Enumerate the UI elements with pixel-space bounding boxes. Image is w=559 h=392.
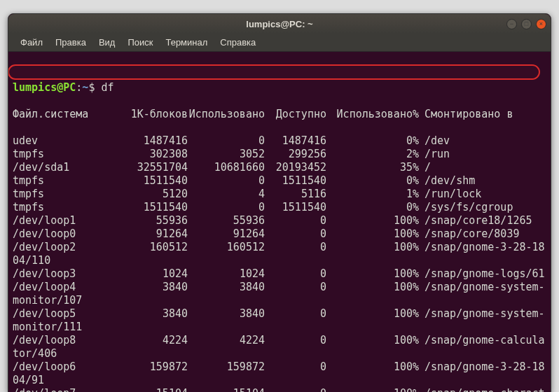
table-row-wrap: 04/110 — [13, 254, 546, 267]
table-row: /dev/loop5384038400100%/snap/gnome-syste… — [13, 307, 546, 321]
cell-fs: tmpfs — [13, 188, 111, 201]
cell-fs: /dev/sda1 — [13, 161, 111, 174]
cell-blocks: 91264 — [111, 227, 188, 241]
table-row: /dev/loop61598721598720100%/snap/gnome-3… — [13, 360, 546, 374]
cell-usedpct: 100% — [326, 281, 419, 294]
table-row: /dev/loop091264912640100%/snap/core/8039 — [13, 227, 546, 241]
cell-avail: 0 — [265, 281, 326, 294]
cell-mount: /snap/gnome-system- — [419, 307, 545, 321]
table-row: tmpfs1511540015115400%/dev/shm — [13, 174, 546, 188]
cell-used: 3840 — [188, 307, 265, 321]
header-usedpct: Использовано% — [326, 108, 419, 121]
cell-used: 0 — [188, 201, 265, 214]
df-rows: udev1487416014874160%/devtmpfs3023083052… — [13, 134, 546, 392]
table-row: /dev/loop21605121605120100%/snap/gnome-3… — [13, 241, 546, 254]
cell-mount: /sys/fs/cgroup — [419, 201, 513, 214]
cell-usedpct: 100% — [326, 334, 419, 347]
menu-edit[interactable]: Правка — [49, 35, 92, 50]
cell-fs: /dev/loop6 — [13, 360, 111, 374]
table-row-wrap: monitor/107 — [13, 294, 546, 307]
titlebar[interactable]: lumpics@PC: ~ − □ × — [8, 14, 551, 34]
cell-used: 0 — [188, 134, 265, 148]
cell-blocks: 159872 — [111, 360, 188, 374]
annotation-highlight — [8, 64, 540, 80]
cell-mount: /run/lock — [419, 188, 481, 201]
cell-fs: /dev/loop1 — [13, 214, 111, 227]
table-row-wrap: 04/91 — [13, 374, 546, 387]
cell-usedpct: 0% — [326, 174, 419, 188]
cell-used: 91264 — [188, 227, 265, 241]
table-row: tmpfs1511540015115400%/sys/fs/cgroup — [13, 201, 546, 214]
cell-used: 3840 — [188, 281, 265, 294]
table-row: tmpfs5120451161%/run/lock — [13, 188, 546, 201]
cell-blocks: 55936 — [111, 214, 188, 227]
close-button[interactable]: × — [536, 19, 546, 29]
table-row: /dev/loop8422442240100%/snap/gnome-calcu… — [13, 334, 546, 347]
cell-usedpct: 1% — [326, 188, 419, 201]
cell-mount: /snap/gnome-calcula — [419, 334, 545, 347]
cell-blocks: 3840 — [111, 307, 188, 321]
cell-used: 4 — [188, 188, 265, 201]
table-row: /dev/sda132551704106816602019345235%/ — [13, 161, 546, 174]
cell-blocks: 5120 — [111, 188, 188, 201]
cell-fs: /dev/loop7 — [13, 387, 111, 392]
table-row: /dev/loop155936559360100%/snap/core18/12… — [13, 214, 546, 227]
window-controls: − □ × — [506, 19, 546, 29]
cell-avail: 0 — [265, 307, 326, 321]
cell-mount: /snap/gnome-3-28-18 — [419, 241, 545, 254]
cell-used: 4224 — [188, 334, 265, 347]
terminal-area[interactable]: lumpics@PC:~$ df Файл.система1K-блоковИс… — [8, 52, 551, 392]
cell-avail: 0 — [265, 241, 326, 254]
cell-used: 0 — [188, 174, 265, 188]
prompt-userhost: lumpics@PC — [13, 81, 76, 94]
cell-usedpct: 0% — [326, 201, 419, 214]
header-fs: Файл.система — [13, 108, 111, 121]
menu-help[interactable]: Справка — [214, 35, 262, 50]
cell-fs: udev — [13, 134, 111, 148]
cell-usedpct: 100% — [326, 214, 419, 227]
header-avail: Доступно — [265, 108, 326, 121]
df-header: Файл.система1K-блоковИспользованоДоступн… — [13, 108, 546, 121]
menu-view[interactable]: Вид — [92, 35, 122, 50]
cell-fs: /dev/loop4 — [13, 281, 111, 294]
cell-avail: 0 — [265, 214, 326, 227]
cell-blocks: 302308 — [111, 148, 188, 161]
cell-used: 3052 — [188, 148, 265, 161]
maximize-button[interactable]: □ — [521, 19, 532, 29]
table-row-wrap: monitor/111 — [13, 321, 546, 334]
cell-avail: 20193452 — [265, 161, 326, 174]
cell-avail: 1487416 — [265, 134, 326, 148]
cell-mount: /snap/core18/1265 — [419, 214, 532, 227]
cell-avail: 0 — [265, 387, 326, 392]
cell-fs: /dev/loop5 — [13, 307, 111, 321]
prompt-sep: : — [76, 81, 82, 94]
cell-used: 160512 — [188, 241, 265, 254]
minimize-button[interactable]: − — [506, 19, 517, 29]
table-row-wrap: tor/406 — [13, 347, 546, 360]
cell-used: 10681660 — [188, 161, 265, 174]
table-row: /dev/loop3102410240100%/snap/gnome-logs/… — [13, 267, 546, 281]
cell-mount: /snap/gnome-charact — [419, 387, 545, 392]
cell-blocks: 1024 — [111, 267, 188, 281]
cell-fs: /dev/loop0 — [13, 227, 111, 241]
cell-used: 55936 — [188, 214, 265, 227]
cell-fs: tmpfs — [13, 201, 111, 214]
cell-mount: /snap/gnome-logs/61 — [419, 267, 545, 281]
prompt-line: lumpics@PC:~$ df — [13, 81, 546, 94]
cell-avail: 5116 — [265, 188, 326, 201]
cell-mount: / — [419, 161, 431, 174]
table-row: udev1487416014874160%/dev — [13, 134, 546, 148]
menu-terminal[interactable]: Терминал — [159, 35, 214, 50]
cell-used: 15104 — [188, 387, 265, 392]
cell-blocks: 160512 — [111, 241, 188, 254]
cell-usedpct: 100% — [326, 387, 419, 392]
menu-file[interactable]: Файл — [14, 35, 49, 50]
prompt-end: $ — [88, 81, 101, 94]
menu-search[interactable]: Поиск — [121, 35, 159, 50]
cell-avail: 0 — [265, 227, 326, 241]
cell-avail: 0 — [265, 360, 326, 374]
cell-usedpct: 0% — [326, 134, 419, 148]
cell-mount: /snap/core/8039 — [419, 227, 519, 241]
cell-blocks: 3840 — [111, 281, 188, 294]
cell-fs: /dev/loop3 — [13, 267, 111, 281]
